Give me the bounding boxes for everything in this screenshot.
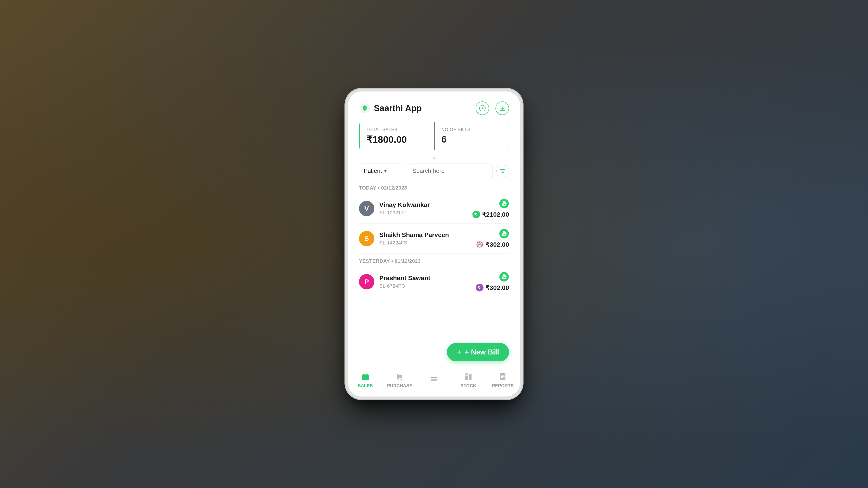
no-of-bills-label: NO OF BILLS [441,127,503,132]
svg-rect-14 [363,374,365,375]
svg-rect-29 [501,377,503,378]
phone-frame: Saarthi App [348,92,520,396]
download-button[interactable] [495,101,509,115]
bill-info: Shaikh Shama Parveen SL-14224FS [379,231,475,246]
no-of-bills-value: 6 [441,134,503,145]
sales-nav-icon [360,371,370,381]
new-bill-label: + New Bill [465,348,499,356]
svg-point-18 [398,379,399,380]
date-header-today: TODAY • 02/12/2023 [359,181,509,194]
svg-rect-21 [431,379,437,380]
bill-id: SL-14224FS [379,240,475,246]
svg-rect-20 [431,377,437,378]
bill-item[interactable]: P Prashant Sawant SL-6724PO [359,267,509,297]
play-button[interactable] [475,101,489,115]
bill-right: ₹ ₹2102.00 [472,199,509,219]
bills-list: TODAY • 02/12/2023 V Vinay Kolwankar SL-… [348,181,520,339]
payment-icon: ₹ [472,210,480,219]
header: Saarthi App [348,92,520,120]
bill-right: ₹302.00 [475,229,509,249]
filter-icon [500,168,506,174]
phone-wrapper: Saarthi App [348,92,520,396]
header-left: Saarthi App [359,102,422,114]
avatar: P [359,274,374,289]
plus-icon: + [457,348,462,356]
total-sales-label: TOTAL SALES [366,127,428,132]
svg-rect-27 [501,375,504,376]
svg-marker-2 [482,107,484,109]
nav-item-purchase[interactable]: PURCHASE [382,369,417,390]
svg-rect-24 [469,374,471,380]
total-sales-stat: TOTAL SALES ₹1800.00 [359,122,434,150]
bill-amount: ₹302.00 [475,240,509,249]
bill-right: ₹ ₹302.00 [475,272,509,292]
whatsapp-icon[interactable] [499,229,509,238]
bill-id: SL-12921JF [379,210,472,216]
bill-amount: ₹ ₹302.00 [475,284,509,292]
app-title: Saarthi App [374,103,422,113]
bill-amount: ₹ ₹2102.00 [472,210,509,219]
svg-rect-13 [362,375,369,380]
date-header-yesterday: YESTERDAY • 01/12/2023 [359,254,509,267]
nav-label-sales: SALES [358,383,373,388]
svg-rect-30 [501,373,504,374]
patient-dropdown[interactable]: Patient ▾ [359,164,404,178]
whatsapp-icon[interactable] [499,272,509,282]
download-icon [499,105,506,111]
nav-label-stock: STOCK [460,383,476,388]
reports-nav-icon [498,371,508,381]
svg-rect-16 [363,377,368,377]
svg-rect-22 [431,381,437,381]
bill-name: Prashant Sawant [379,274,475,282]
svg-point-19 [401,379,402,380]
bottom-nav: SALES PURCHASE [348,366,520,396]
bill-name: Vinay Kolwankar [379,201,472,208]
purple-payment-icon: ₹ [475,284,484,292]
search-box[interactable] [408,164,493,178]
stock-nav-icon [463,371,473,381]
avatar: V [359,201,374,216]
svg-point-9 [479,244,480,245]
svg-rect-25 [465,373,468,376]
nav-item-reports[interactable]: REPORTS [486,369,520,390]
nav-label-reports: REPORTS [492,383,514,388]
dropdown-chevron-icon: ▾ [384,168,386,174]
svg-rect-23 [465,377,468,380]
expand-chevron-icon: ⌄ [432,153,437,160]
bill-name: Shaikh Shama Parveen [379,231,475,238]
upi-payment-icon [475,240,484,249]
bill-info: Vinay Kolwankar SL-12921JF [379,201,472,216]
nav-item-stock[interactable]: STOCK [451,369,486,390]
svg-rect-15 [366,374,368,375]
nav-label-purchase: PURCHASE [387,383,412,388]
purchase-nav-icon [395,371,405,381]
bill-id: SL-6724PO [379,283,475,289]
bill-item[interactable]: S Shaikh Shama Parveen SL-14224FS [359,224,509,254]
svg-rect-17 [363,378,366,379]
total-sales-value: ₹1800.00 [366,134,428,145]
header-right [475,101,509,115]
play-icon [479,105,486,111]
nav-item-sales[interactable]: SALES [348,369,382,390]
new-bill-button[interactable]: + + New Bill [447,343,509,361]
patient-dropdown-label: Patient [364,167,382,174]
whatsapp-icon[interactable] [499,199,509,208]
filter-row: Patient ▾ [359,164,509,178]
svg-rect-28 [501,376,504,377]
svg-text:₹: ₹ [474,212,477,217]
no-of-bills-stat: NO OF BILLS 6 [434,122,509,150]
avatar: S [359,231,374,246]
svg-text:₹: ₹ [477,285,480,290]
app-content: Saarthi App [348,92,520,396]
fab-area: + + New Bill [348,339,520,366]
bill-info: Prashant Sawant SL-6724PO [379,274,475,289]
bill-item[interactable]: V Vinay Kolwankar SL-12921JF [359,194,509,224]
filter-button[interactable] [496,165,509,177]
search-input[interactable] [412,167,488,174]
nav-item-menu[interactable] [417,372,451,388]
menu-nav-icon [429,374,439,384]
stats-section: TOTAL SALES ₹1800.00 NO OF BILLS 6 [359,122,509,150]
app-logo-icon [359,102,371,114]
chevron-row[interactable]: ⌄ [348,150,520,161]
